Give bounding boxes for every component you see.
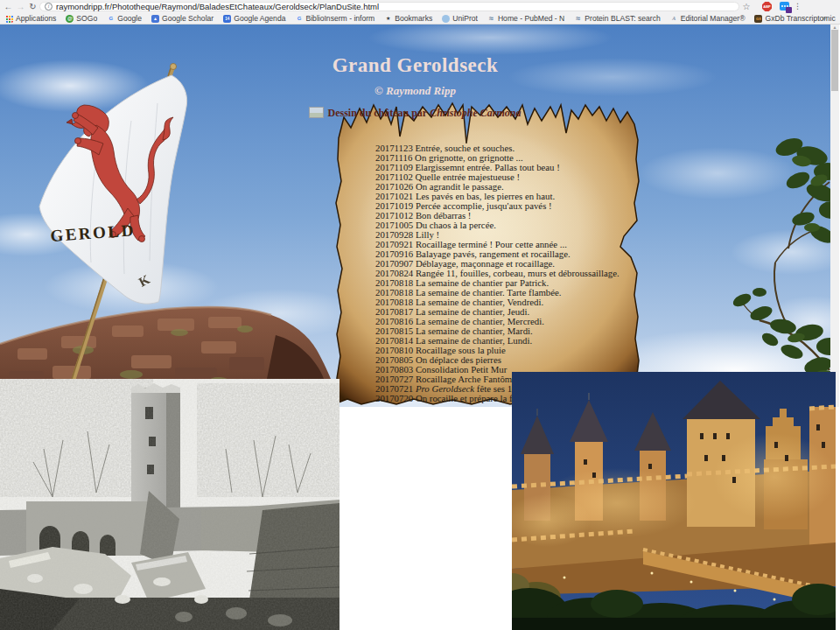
bookmark-item[interactable]: AEditorial Manager® (670, 14, 746, 23)
google-scholar-icon: ▴ (151, 15, 159, 23)
bookmark-label: Applications (16, 14, 56, 23)
biblioinserm-icon: G (295, 15, 303, 23)
bookmark-label: Protein BLAST: search (584, 14, 660, 23)
bookmarks-star-icon: ★ (384, 15, 392, 23)
bookmark-label: Google Agenda (234, 14, 285, 23)
drawing-thumbnail-icon (309, 107, 324, 118)
drawing-credit-link[interactable]: Dessin du château par Christophe Carmona (0, 107, 830, 120)
reload-icon[interactable]: ↻ (27, 0, 38, 13)
bookmark-item[interactable]: 14Google Agenda (223, 14, 285, 23)
scrollbar-thumb[interactable] (831, 30, 838, 91)
bookmark-item[interactable]: UniProt (442, 14, 478, 23)
bookmark-item[interactable]: Applications (5, 14, 56, 23)
pubmed-icon: ≈ (487, 15, 495, 23)
bookmark-label: Editorial Manager® (681, 14, 746, 23)
google-icon: G (107, 15, 115, 23)
bookmark-item[interactable]: GGoogle (107, 14, 142, 23)
bookmark-item[interactable]: ≈Protein BLAST: search (574, 14, 660, 23)
page-title: Grand Geroldseck (0, 54, 830, 77)
drawing-credit-author: Christophe Carmona (430, 107, 521, 119)
back-icon[interactable]: ← (3, 0, 14, 13)
bookmark-item[interactable]: ▴Google Scholar (151, 14, 214, 23)
editorial-manager-icon: A (670, 15, 678, 23)
blast-icon: ≈ (574, 15, 582, 23)
bookmark-label: Home - PubMed - N (498, 14, 564, 23)
page-info-icon[interactable]: i (45, 3, 52, 10)
forward-icon[interactable]: → (15, 0, 26, 13)
bookmark-label: Google Scholar (162, 14, 214, 23)
bookmark-item[interactable]: @SOGo (66, 14, 97, 23)
journal-list: 20171123 Entrée, souche et souches.20171… (375, 144, 647, 403)
bookmark-star-icon[interactable]: ☆ (740, 0, 752, 13)
bookmark-label: SOGo (76, 14, 97, 23)
apps-grid-icon (5, 15, 13, 23)
copyright-line: © Raymond Ripp (0, 84, 830, 98)
bookmarks-overflow-icon[interactable]: » (822, 13, 826, 24)
adblock-extension-icon[interactable]: ABP (762, 2, 772, 11)
chat-extension-icon[interactable] (780, 2, 789, 10)
bookmark-label: UniProt (452, 14, 478, 23)
url-field[interactable]: i raymondripp.fr/Phototheque/Raymond/Bal… (39, 2, 739, 11)
drawing-credit-prefix: Dessin du château par (327, 107, 427, 119)
castle-night-photo (512, 372, 836, 630)
gxdb-icon: GX (754, 15, 762, 23)
bookmarks-list: Applications@SOGoGGoogle▴Google Scholar1… (0, 13, 840, 24)
bookmark-label: Google (117, 14, 142, 23)
bookmark-item[interactable]: ★Bookmarks (384, 14, 432, 23)
bookmark-item[interactable]: GBiblioInserm - inform (295, 14, 374, 23)
url-text: raymondripp.fr/Phototheque/Raymond/Balad… (56, 2, 379, 11)
bookmark-label: Bookmarks (395, 14, 432, 23)
browser-menu-icon[interactable]: ⋮ (794, 0, 802, 13)
scrollbar[interactable]: ▲ (830, 24, 839, 407)
presentation-slide: ← → ↻ i raymondripp.fr/Phototheque/Raymo… (0, 0, 840, 630)
sogo-icon: @ (66, 15, 74, 23)
google-agenda-icon: 14 (223, 15, 231, 23)
ruins-bw-photo (0, 379, 340, 630)
uniprot-icon (442, 15, 450, 23)
bookmark-label: BiblioInserm - inform (305, 14, 374, 23)
bookmark-item[interactable]: ≈Home - PubMed - N (487, 14, 564, 23)
browser-toolbar: ← → ↻ i raymondripp.fr/Phototheque/Raymo… (0, 0, 840, 13)
